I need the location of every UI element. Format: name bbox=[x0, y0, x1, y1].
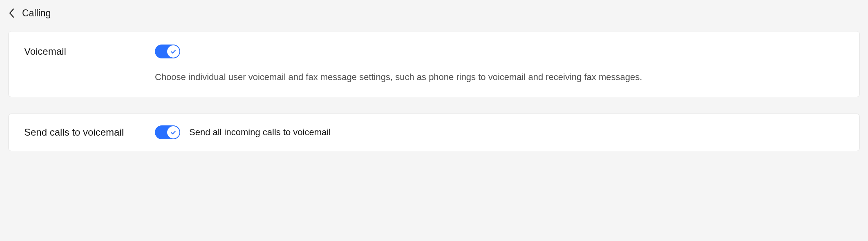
voicemail-card: Voicemail Choose individual user voicema… bbox=[8, 31, 860, 97]
voicemail-label: Voicemail bbox=[24, 45, 143, 58]
toggle-knob bbox=[167, 45, 179, 58]
back-icon[interactable] bbox=[8, 7, 16, 19]
check-icon bbox=[170, 129, 177, 136]
page-header: Calling bbox=[8, 7, 860, 19]
send-calls-toggle[interactable] bbox=[155, 125, 180, 139]
toggle-knob bbox=[167, 126, 179, 138]
voicemail-toggle[interactable] bbox=[155, 45, 180, 58]
send-calls-toggle-text: Send all incoming calls to voicemail bbox=[189, 127, 331, 138]
send-calls-label: Send calls to voicemail bbox=[24, 125, 143, 139]
page-title: Calling bbox=[22, 8, 51, 19]
send-calls-card: Send calls to voicemail Send all incomin… bbox=[8, 114, 860, 151]
voicemail-description: Choose individual user voicemail and fax… bbox=[155, 71, 844, 84]
check-icon bbox=[170, 48, 177, 55]
